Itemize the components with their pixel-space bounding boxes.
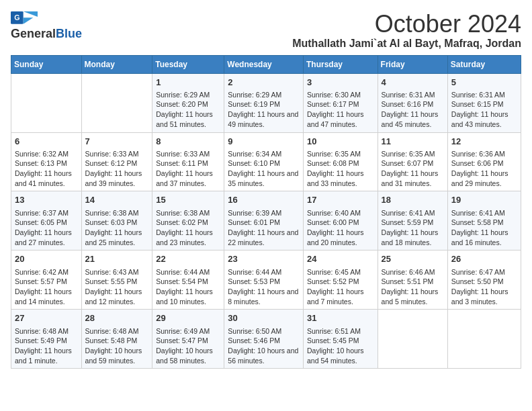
day-number: 28 bbox=[85, 312, 149, 324]
day-number: 21 bbox=[85, 253, 149, 265]
calendar-table: SundayMondayTuesdayWednesdayThursdayFrid… bbox=[11, 55, 521, 369]
day-info: Sunrise: 6:50 AM Sunset: 5:46 PM Dayligh… bbox=[228, 326, 300, 366]
calendar-cell: 17Sunrise: 6:40 AM Sunset: 6:00 PM Dayli… bbox=[303, 191, 378, 250]
day-info: Sunrise: 6:44 AM Sunset: 5:53 PM Dayligh… bbox=[228, 267, 300, 307]
day-info: Sunrise: 6:30 AM Sunset: 6:17 PM Dayligh… bbox=[307, 90, 374, 130]
day-info: Sunrise: 6:41 AM Sunset: 5:59 PM Dayligh… bbox=[382, 208, 444, 248]
day-info: Sunrise: 6:29 AM Sunset: 6:19 PM Dayligh… bbox=[228, 90, 300, 130]
calendar-cell: 14Sunrise: 6:38 AM Sunset: 6:03 PM Dayli… bbox=[81, 191, 152, 250]
calendar-cell: 9Sunrise: 6:34 AM Sunset: 6:10 PM Daylig… bbox=[224, 132, 304, 191]
day-info: Sunrise: 6:40 AM Sunset: 6:00 PM Dayligh… bbox=[307, 208, 374, 248]
calendar-cell: 26Sunrise: 6:47 AM Sunset: 5:50 PM Dayli… bbox=[447, 250, 521, 310]
day-info: Sunrise: 6:39 AM Sunset: 6:01 PM Dayligh… bbox=[228, 208, 300, 248]
day-info: Sunrise: 6:33 AM Sunset: 6:12 PM Dayligh… bbox=[85, 149, 149, 189]
day-info: Sunrise: 6:36 AM Sunset: 6:06 PM Dayligh… bbox=[451, 149, 517, 189]
location-title: Muthallath Jami`at Al al Bayt, Mafraq, J… bbox=[292, 38, 521, 50]
title-block: October 2024 Muthallath Jami`at Al al Ba… bbox=[292, 11, 521, 50]
svg-marker-3 bbox=[24, 17, 34, 24]
day-number: 16 bbox=[228, 194, 300, 206]
calendar-cell: 20Sunrise: 6:42 AM Sunset: 5:57 PM Dayli… bbox=[11, 250, 82, 310]
day-number: 2 bbox=[228, 77, 300, 89]
column-header-tuesday: Tuesday bbox=[152, 55, 224, 73]
day-number: 29 bbox=[156, 312, 220, 324]
day-number: 18 bbox=[382, 194, 444, 206]
calendar-cell: 21Sunrise: 6:43 AM Sunset: 5:55 PM Dayli… bbox=[81, 250, 152, 310]
calendar-cell: 11Sunrise: 6:35 AM Sunset: 6:07 PM Dayli… bbox=[378, 132, 447, 191]
day-number: 20 bbox=[15, 253, 78, 265]
day-info: Sunrise: 6:29 AM Sunset: 6:20 PM Dayligh… bbox=[156, 90, 220, 130]
calendar-week-row: 27Sunrise: 6:48 AM Sunset: 5:49 PM Dayli… bbox=[11, 310, 521, 369]
day-info: Sunrise: 6:48 AM Sunset: 5:48 PM Dayligh… bbox=[85, 326, 149, 366]
calendar-cell: 6Sunrise: 6:32 AM Sunset: 6:13 PM Daylig… bbox=[11, 132, 82, 191]
day-number: 6 bbox=[15, 136, 78, 148]
day-info: Sunrise: 6:34 AM Sunset: 6:10 PM Dayligh… bbox=[228, 149, 300, 189]
day-info: Sunrise: 6:37 AM Sunset: 6:05 PM Dayligh… bbox=[15, 208, 78, 248]
day-number: 7 bbox=[85, 136, 149, 148]
day-number: 4 bbox=[382, 77, 444, 89]
day-info: Sunrise: 6:32 AM Sunset: 6:13 PM Dayligh… bbox=[15, 149, 78, 189]
day-number: 15 bbox=[156, 194, 220, 206]
day-number: 24 bbox=[307, 253, 374, 265]
day-number: 1 bbox=[156, 77, 220, 89]
day-info: Sunrise: 6:33 AM Sunset: 6:11 PM Dayligh… bbox=[156, 149, 220, 189]
calendar-cell: 24Sunrise: 6:45 AM Sunset: 5:52 PM Dayli… bbox=[303, 250, 378, 310]
calendar-cell: 7Sunrise: 6:33 AM Sunset: 6:12 PM Daylig… bbox=[81, 132, 152, 191]
calendar-cell bbox=[378, 310, 447, 369]
day-info: Sunrise: 6:31 AM Sunset: 6:16 PM Dayligh… bbox=[382, 90, 444, 130]
day-number: 5 bbox=[451, 77, 517, 89]
day-info: Sunrise: 6:45 AM Sunset: 5:52 PM Dayligh… bbox=[307, 267, 374, 307]
calendar-cell: 2Sunrise: 6:29 AM Sunset: 6:19 PM Daylig… bbox=[224, 73, 304, 132]
column-header-wednesday: Wednesday bbox=[224, 55, 304, 73]
column-header-sunday: Sunday bbox=[11, 55, 82, 73]
day-info: Sunrise: 6:51 AM Sunset: 5:45 PM Dayligh… bbox=[307, 326, 374, 366]
day-number: 22 bbox=[156, 253, 220, 265]
calendar-week-row: 1Sunrise: 6:29 AM Sunset: 6:20 PM Daylig… bbox=[11, 73, 521, 132]
calendar-cell: 18Sunrise: 6:41 AM Sunset: 5:59 PM Dayli… bbox=[378, 191, 447, 250]
logo: G GeneralBlue bbox=[11, 11, 82, 41]
calendar-cell bbox=[11, 73, 82, 132]
day-number: 17 bbox=[307, 194, 374, 206]
logo-text-general: General bbox=[11, 27, 56, 41]
day-info: Sunrise: 6:38 AM Sunset: 6:02 PM Dayligh… bbox=[156, 208, 220, 248]
day-number: 30 bbox=[228, 312, 300, 324]
day-info: Sunrise: 6:35 AM Sunset: 6:07 PM Dayligh… bbox=[382, 149, 444, 189]
calendar-cell: 31Sunrise: 6:51 AM Sunset: 5:45 PM Dayli… bbox=[303, 310, 378, 369]
column-header-friday: Friday bbox=[378, 55, 447, 73]
calendar-cell: 30Sunrise: 6:50 AM Sunset: 5:46 PM Dayli… bbox=[224, 310, 304, 369]
calendar-week-row: 6Sunrise: 6:32 AM Sunset: 6:13 PM Daylig… bbox=[11, 132, 521, 191]
calendar-cell: 10Sunrise: 6:35 AM Sunset: 6:08 PM Dayli… bbox=[303, 132, 378, 191]
calendar-cell bbox=[447, 310, 521, 369]
calendar-header-row: SundayMondayTuesdayWednesdayThursdayFrid… bbox=[11, 55, 521, 73]
day-number: 14 bbox=[85, 194, 149, 206]
svg-text:G: G bbox=[14, 13, 19, 21]
calendar-cell: 28Sunrise: 6:48 AM Sunset: 5:48 PM Dayli… bbox=[81, 310, 152, 369]
column-header-monday: Monday bbox=[81, 55, 152, 73]
month-title: October 2024 bbox=[292, 11, 521, 38]
day-info: Sunrise: 6:35 AM Sunset: 6:08 PM Dayligh… bbox=[307, 149, 374, 189]
calendar-cell: 12Sunrise: 6:36 AM Sunset: 6:06 PM Dayli… bbox=[447, 132, 521, 191]
day-number: 26 bbox=[451, 253, 517, 265]
day-info: Sunrise: 6:46 AM Sunset: 5:51 PM Dayligh… bbox=[382, 267, 444, 307]
day-number: 31 bbox=[307, 312, 374, 324]
day-number: 9 bbox=[228, 136, 300, 148]
day-info: Sunrise: 6:41 AM Sunset: 5:58 PM Dayligh… bbox=[451, 208, 517, 248]
day-number: 13 bbox=[15, 194, 78, 206]
day-info: Sunrise: 6:42 AM Sunset: 5:57 PM Dayligh… bbox=[15, 267, 78, 307]
calendar-cell: 5Sunrise: 6:31 AM Sunset: 6:15 PM Daylig… bbox=[447, 73, 521, 132]
day-number: 27 bbox=[15, 312, 78, 324]
day-info: Sunrise: 6:38 AM Sunset: 6:03 PM Dayligh… bbox=[85, 208, 149, 248]
day-number: 11 bbox=[382, 136, 444, 148]
calendar-cell: 4Sunrise: 6:31 AM Sunset: 6:16 PM Daylig… bbox=[378, 73, 447, 132]
day-number: 8 bbox=[156, 136, 220, 148]
day-info: Sunrise: 6:44 AM Sunset: 5:54 PM Dayligh… bbox=[156, 267, 220, 307]
calendar-cell: 8Sunrise: 6:33 AM Sunset: 6:11 PM Daylig… bbox=[152, 132, 224, 191]
day-number: 25 bbox=[382, 253, 444, 265]
calendar-week-row: 13Sunrise: 6:37 AM Sunset: 6:05 PM Dayli… bbox=[11, 191, 521, 250]
calendar-cell bbox=[81, 73, 152, 132]
calendar-cell: 15Sunrise: 6:38 AM Sunset: 6:02 PM Dayli… bbox=[152, 191, 224, 250]
day-number: 12 bbox=[451, 136, 517, 148]
day-number: 10 bbox=[307, 136, 374, 148]
calendar-cell: 3Sunrise: 6:30 AM Sunset: 6:17 PM Daylig… bbox=[303, 73, 378, 132]
logo-text-blue: Blue bbox=[56, 27, 82, 41]
day-info: Sunrise: 6:47 AM Sunset: 5:50 PM Dayligh… bbox=[451, 267, 517, 307]
